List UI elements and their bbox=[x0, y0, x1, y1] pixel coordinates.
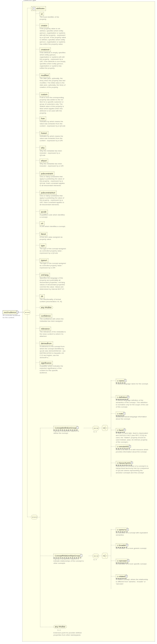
wildcard-desc: Extension point for provider-defined pro… bbox=[53, 632, 85, 636]
child-desc: A link to an item or a web resource whic… bbox=[116, 448, 149, 453]
expand-icon: + bbox=[131, 462, 133, 464]
group2-sequence-icon bbox=[93, 554, 99, 558]
child-name: name+ bbox=[116, 379, 125, 383]
child-desc: A natural language definition of the sem… bbox=[116, 399, 149, 408]
child-desc: In NAR 1.8 and later, facet is deprecate… bbox=[116, 432, 149, 443]
attribute-how: how bbox=[40, 116, 46, 120]
attribute-derivedfrom: derivedfrom bbox=[40, 342, 53, 346]
group1-sequence-icon bbox=[93, 426, 99, 430]
attribute-desc: A URI which identifies a concept. bbox=[40, 226, 66, 228]
child-related: related+ bbox=[116, 574, 126, 579]
child-hierarchyinfo: hierarchyInfo+ bbox=[116, 461, 132, 466]
attribute-why: why bbox=[40, 146, 46, 150]
attribute-significance: significance bbox=[40, 361, 53, 365]
root-element: exclAudience – bbox=[3, 310, 17, 314]
expand-icon: + bbox=[124, 429, 126, 431]
attribute-relevance: relevance bbox=[40, 327, 51, 331]
attribute-desc: The type of the concept assigned as cont… bbox=[40, 248, 66, 254]
attribute-xml-lang: xml:lang bbox=[40, 273, 50, 277]
attribute-desc: If the attribute is empty, specifies whi… bbox=[40, 52, 66, 69]
child-desc: An identifier of a more specific concept… bbox=[116, 563, 149, 565]
attr-badge-icon: ≡ bbox=[33, 7, 35, 10]
group1-seq-occ: 0..∞ bbox=[94, 431, 97, 433]
expand-icon: + bbox=[127, 396, 129, 398]
child-definition: definition+ bbox=[116, 395, 128, 400]
attribute-desc: Why the metadata has been included - exp… bbox=[40, 150, 66, 156]
attribute-qcode: qcode bbox=[40, 210, 48, 214]
attribute-desc: Indicates by which means the value was e… bbox=[40, 120, 66, 127]
attribute-creatoruri: creatoruri bbox=[40, 48, 51, 52]
attributes-label: attributes bbox=[36, 7, 45, 10]
attribute-desc: The directionality of textual content (e… bbox=[40, 298, 66, 303]
child-desc: A natural language name for the concept. bbox=[116, 383, 149, 385]
group-conceptdefinition: ConceptDefinitionGroup – bbox=[53, 426, 77, 430]
attribute-desc: Specifies the language of this property … bbox=[40, 277, 66, 290]
root-sequence-icon bbox=[24, 310, 30, 314]
expand-icon: + bbox=[127, 560, 129, 562]
expand-icon: + bbox=[124, 380, 126, 382]
attribute-desc: Indicates by which means the value was e… bbox=[40, 135, 66, 142]
attribute-type: type bbox=[40, 244, 46, 248]
child-desc: An identifier of a concept with equivale… bbox=[116, 532, 149, 536]
child-facet: facet+ bbox=[116, 428, 125, 432]
child-sameas: sameAs+ bbox=[116, 528, 128, 532]
expand-icon: + bbox=[126, 544, 128, 546]
child-note: note+ bbox=[116, 412, 124, 416]
attribute-dir: dir bbox=[40, 294, 45, 298]
attribute-desc: The type of the concept assigned as cont… bbox=[40, 262, 66, 269]
attribute-typeuri: typeuri bbox=[40, 258, 48, 262]
wildcard-other: any ##other bbox=[53, 625, 67, 628]
attribute-literal: literal bbox=[40, 232, 47, 236]
child-desc: Represents the position of a concept in … bbox=[116, 465, 149, 474]
attribute-desc: The confidence with which the metadata h… bbox=[40, 318, 66, 322]
attribute-desc: A qualifier which indicates the expected… bbox=[40, 365, 66, 374]
attribute-howuri: howuri bbox=[40, 131, 48, 135]
group2-seq-occ: 0..∞ bbox=[94, 559, 97, 561]
wildcard-occ: 0..∞ bbox=[57, 629, 61, 631]
attribute-desc: A qualified code which identifies a conc… bbox=[40, 214, 66, 218]
attribute-desc: A free-text value assigned as property v… bbox=[40, 236, 66, 240]
group2-desc: A group of properites required to indica… bbox=[53, 558, 85, 564]
attribute-pubconstrainturi: pubconstrainturi bbox=[40, 191, 57, 195]
attribute-id: id bbox=[40, 12, 44, 16]
child-broader: broader+ bbox=[116, 543, 127, 548]
attributes-node: ≡attributes bbox=[31, 6, 46, 11]
child-remoteinfo: remoteInfo+ bbox=[116, 444, 130, 449]
group1-name: ConceptDefinitionGroup bbox=[55, 427, 76, 429]
group1-choice-icon bbox=[102, 425, 108, 431]
attribute-desc: The local identifier of the property. bbox=[40, 16, 66, 20]
attribute-desc: The relevance of the metadata to the new… bbox=[40, 331, 66, 338]
attribute-pubconstraint: pubconstraint bbox=[40, 172, 54, 176]
attribute-desc: If the property value is not defined, sp… bbox=[40, 28, 66, 45]
attribute-uri: uri bbox=[40, 222, 45, 226]
expand-icon: – bbox=[80, 554, 82, 557]
attribute-desc: One or many constraints that apply to pu… bbox=[40, 195, 66, 206]
attribute-desc: Why the metadata has been included - exp… bbox=[40, 163, 66, 167]
expand-icon: + bbox=[123, 412, 125, 414]
wildcard-literal: any ##other bbox=[55, 626, 65, 628]
group1-desc: A group of properties required to define… bbox=[53, 430, 82, 434]
group2-name: ConceptRelationshipsGroup bbox=[55, 555, 80, 557]
group-conceptrelationships: ConceptRelationshipsGroup – bbox=[53, 554, 81, 558]
expand-icon: + bbox=[125, 575, 128, 577]
child-desc: A related concept, where the relationshi… bbox=[116, 578, 149, 585]
expand-icon: + bbox=[129, 445, 131, 448]
attribute-whyuri: whyuri bbox=[40, 159, 48, 163]
children-sequence-icon bbox=[31, 515, 37, 519]
root-label: exclAudience bbox=[4, 311, 16, 314]
attribute-desc: The date (and, optionally, the time) whe… bbox=[40, 77, 66, 88]
attribute-custom: custom bbox=[40, 92, 49, 96]
child-desc: Additional natural language information … bbox=[116, 416, 149, 420]
group2-choice-icon bbox=[102, 553, 108, 559]
expand-icon: + bbox=[126, 528, 129, 531]
attribute-modified: modified bbox=[40, 73, 50, 77]
root-desc: An excluded audience for the content. bbox=[3, 314, 23, 319]
attribute-desc: One or many constraints that apply to pu… bbox=[40, 176, 66, 187]
type-title: AudienceType bbox=[23, 0, 36, 1]
attribute-confidence: confidence bbox=[40, 314, 52, 318]
child-desc: An identifier of a more generic concept. bbox=[116, 547, 149, 550]
attribute-any-other: any ##other bbox=[40, 306, 53, 309]
attribute-desc: A reference to the concept from which th… bbox=[40, 346, 66, 359]
child-narrower: narrower+ bbox=[116, 559, 128, 563]
attribute-desc: If set to true the corresponding propert… bbox=[40, 96, 66, 114]
